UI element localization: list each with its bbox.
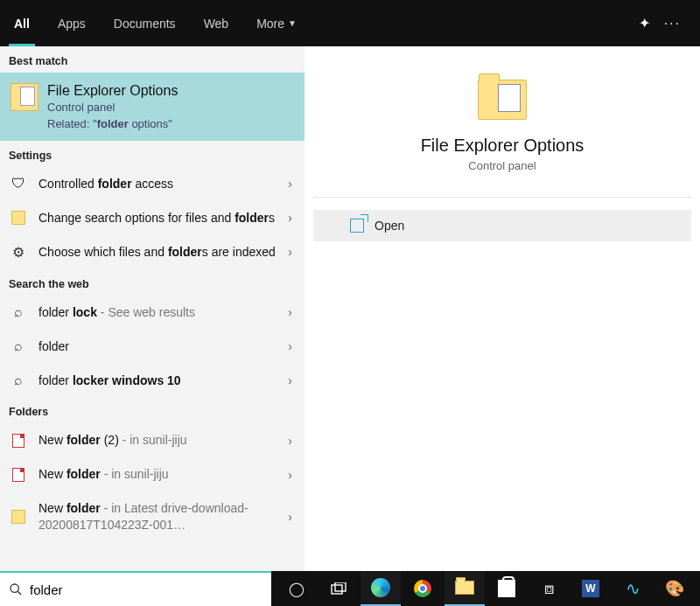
action-open[interactable]: Open: [313, 210, 691, 241]
taskbar-file-explorer[interactable]: [444, 571, 485, 606]
svg-line-1: [18, 591, 21, 595]
feedback-icon[interactable]: ✦: [639, 15, 650, 31]
web-item-folder-locker[interactable]: ⌕ folder locker windows 10 ›: [0, 364, 304, 398]
search-icon: [9, 582, 23, 596]
settings-item-controlled-folder[interactable]: 🛡 Controlled folder access ›: [0, 167, 304, 201]
search-results-pane: Best match File Explorer Options Control…: [0, 46, 304, 571]
web-item-folder[interactable]: ⌕ folder ›: [0, 330, 304, 364]
best-match-related: Related: "folder options": [47, 117, 178, 130]
taskbar-paint[interactable]: 🎨: [654, 571, 695, 606]
chevron-right-icon: ›: [288, 305, 296, 319]
tab-apps[interactable]: Apps: [44, 0, 100, 46]
chevron-right-icon: ›: [288, 434, 296, 448]
best-match-result[interactable]: File Explorer Options Control panel Rela…: [0, 73, 304, 141]
folder-icon: [9, 211, 28, 225]
svg-point-0: [10, 584, 18, 592]
settings-item-indexing[interactable]: ⚙ Choose which files and folders are ind…: [0, 235, 304, 269]
search-icon: ⌕: [9, 304, 28, 320]
search-icon: ⌕: [9, 338, 28, 354]
tab-more[interactable]: More▼: [242, 0, 311, 46]
open-icon: [350, 219, 364, 233]
chevron-down-icon: ▼: [288, 18, 297, 28]
taskbar-chrome[interactable]: [402, 571, 443, 606]
tab-all[interactable]: All: [0, 0, 44, 46]
svg-rect-2: [332, 585, 342, 594]
tab-web[interactable]: Web: [190, 0, 243, 46]
web-item-folder-lock[interactable]: ⌕ folder lock - See web results ›: [0, 296, 304, 330]
taskbar-word[interactable]: W: [570, 571, 611, 606]
chevron-right-icon: ›: [288, 468, 296, 482]
taskbar-dropbox[interactable]: ⧈: [528, 571, 569, 606]
section-best-match: Best match: [0, 46, 304, 73]
chevron-right-icon: ›: [288, 245, 296, 259]
chevron-right-icon: ›: [288, 373, 296, 387]
section-settings: Settings: [0, 141, 304, 167]
folder-item-2[interactable]: New folder - in Latest drive-download-20…: [0, 491, 304, 542]
best-match-title: File Explorer Options: [47, 83, 178, 99]
chevron-right-icon: ›: [288, 510, 296, 524]
svg-rect-3: [335, 582, 346, 591]
chevron-right-icon: ›: [288, 339, 296, 353]
preview-title: File Explorer Options: [421, 136, 584, 156]
tab-documents[interactable]: Documents: [100, 0, 190, 46]
folder-item-1[interactable]: New folder - in sunil-jiju ›: [0, 457, 304, 491]
folder-item-0[interactable]: New folder (2) - in sunil-jiju ›: [0, 423, 304, 457]
more-options-icon[interactable]: ···: [664, 16, 681, 31]
section-folders: Folders: [0, 397, 304, 423]
taskbar-edge[interactable]: [360, 571, 401, 606]
taskbar-taskview[interactable]: [318, 571, 359, 606]
section-search-web: Search the web: [0, 269, 304, 296]
preview-subtitle: Control panel: [468, 159, 536, 172]
taskbar: ◯ ⧈ W ∿ 🎨: [271, 571, 700, 606]
taskbar-app-lightning[interactable]: ∿: [612, 571, 653, 606]
search-input[interactable]: [30, 582, 262, 597]
action-open-label: Open: [374, 219, 404, 233]
taskbar-cortana[interactable]: ◯: [276, 571, 317, 606]
divider: [313, 197, 691, 198]
preview-pane: File Explorer Options Control panel Open: [304, 46, 700, 571]
document-icon: [9, 434, 28, 448]
taskbar-store[interactable]: [486, 571, 527, 606]
settings-item-change-search-options[interactable]: Change search options for files and fold…: [0, 201, 304, 235]
gear-icon: ⚙: [9, 244, 28, 261]
search-top-tabs: All Apps Documents Web More▼ ✦ ···: [0, 0, 700, 46]
file-explorer-options-large-icon: [478, 80, 527, 120]
folder-icon: [9, 510, 28, 524]
chevron-right-icon: ›: [288, 177, 296, 191]
search-box[interactable]: [0, 571, 271, 606]
document-icon: [9, 468, 28, 482]
best-match-subtitle: Control panel: [47, 101, 178, 114]
search-icon: ⌕: [9, 373, 28, 388]
file-explorer-options-icon: [10, 83, 38, 111]
chevron-right-icon: ›: [288, 211, 296, 225]
shield-icon: 🛡: [9, 176, 28, 192]
